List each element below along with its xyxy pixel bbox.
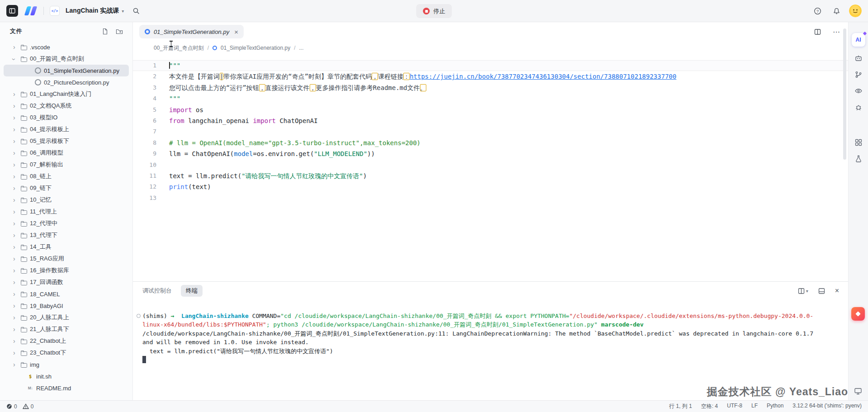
- tab-debug-console[interactable]: 调试控制台: [142, 287, 172, 295]
- robot-icon[interactable]: [854, 54, 863, 63]
- code-token: 课程链接: [378, 73, 403, 80]
- breadcrumb-file[interactable]: 01_SimpleTextGeneration.py: [221, 45, 290, 51]
- terminal-line: (shims) → LangChain-shizhanke COMMAND="c…: [142, 312, 816, 329]
- source-control-icon[interactable]: [854, 70, 863, 79]
- file-tree-item[interactable]: 05_提示模板下: [4, 135, 129, 147]
- file-type-icon: [20, 349, 28, 356]
- file-tree-item[interactable]: 21_人脉工具下: [4, 323, 129, 335]
- python-file-icon: [145, 29, 150, 34]
- sidebar-toggle-icon[interactable]: [6, 5, 18, 17]
- code-line[interactable]: 2 本文件是【开篇词|带你亲证AI应用开发的“奇点”时刻】章节的配套代码，课程链…: [133, 71, 848, 82]
- chevron-icon: [13, 326, 20, 332]
- terminal-cursor-line: [142, 355, 816, 364]
- code-line[interactable]: 7: [133, 126, 848, 137]
- file-tree-item[interactable]: 15_RAG应用: [4, 253, 129, 265]
- status-bar-item[interactable]: UTF-8: [727, 403, 742, 410]
- code-line[interactable]: 9 llm = ChatOpenAI(model=os.environ.get(…: [133, 148, 848, 159]
- status-bar-item[interactable]: 行 1, 列 1: [669, 403, 692, 410]
- code-editor[interactable]: 1 """ 2 本文件是【开篇词|带你亲证AI应用开发的“奇点”时刻】章节的配套…: [133, 55, 848, 204]
- promo-badge[interactable]: [851, 307, 865, 321]
- file-tree-item[interactable]: README.md: [4, 382, 129, 394]
- file-tree-item[interactable]: 06_调用模型: [4, 147, 129, 159]
- apps-grid-icon[interactable]: [854, 138, 863, 147]
- file-tree-item[interactable]: 12_代理中: [4, 218, 129, 229]
- code-line[interactable]: 10: [133, 160, 848, 170]
- file-tree-item[interactable]: 01_LangChain快速入门: [4, 88, 129, 100]
- panel-layout-icon[interactable]: ▾: [798, 288, 808, 294]
- file-tree-item[interactable]: 07_解析输出: [4, 159, 129, 170]
- new-folder-icon[interactable]: [115, 27, 123, 35]
- file-tree-item[interactable]: 19_BabyAGI: [4, 300, 129, 312]
- file-tree-item[interactable]: 01_SimpleTextGeneration.py: [4, 65, 129, 76]
- code-line[interactable]: 8 # llm = OpenAI(model_name="gpt-3.5-tur…: [133, 137, 848, 148]
- problems-warnings[interactable]: 0: [23, 403, 34, 410]
- file-tree-item[interactable]: 11_代理上: [4, 206, 129, 218]
- breadcrumb-folder[interactable]: 00_开篇词_奇点时刻: [154, 44, 204, 52]
- file-tree-item[interactable]: 18_CAMEL: [4, 288, 129, 300]
- file-type-icon: [20, 161, 28, 168]
- terminal-output[interactable]: (shims) → LangChain-shizhanke COMMAND="c…: [133, 300, 848, 364]
- status-bar-item[interactable]: Python: [767, 403, 783, 410]
- file-tree-item[interactable]: img: [4, 359, 129, 370]
- file-tree-item[interactable]: 04_提示模板上: [4, 123, 129, 135]
- code-line[interactable]: 13: [133, 193, 848, 204]
- breadcrumb-more[interactable]: ...: [299, 45, 303, 51]
- code-token: print: [169, 183, 188, 190]
- ide-logo: [24, 6, 38, 15]
- file-tree-item[interactable]: 13_代理下: [4, 229, 129, 241]
- workspace-switcher[interactable]: LangChain 实战课 ▾: [66, 7, 124, 15]
- file-tree-item[interactable]: 20_人脉工具上: [4, 312, 129, 323]
- file-tree-item[interactable]: 02_文档QA系统: [4, 100, 129, 112]
- file-tree-item[interactable]: .vscode: [4, 41, 129, 53]
- file-type-icon: [20, 279, 28, 286]
- new-file-icon[interactable]: [101, 27, 109, 35]
- file-tree-item[interactable]: 08_链上: [4, 170, 129, 182]
- debug-bug-icon[interactable]: [854, 103, 863, 112]
- file-tree-item[interactable]: 17_回调函数: [4, 276, 129, 288]
- close-tab-icon[interactable]: ×: [234, 28, 238, 36]
- tab-terminal[interactable]: 终端: [181, 285, 203, 297]
- close-panel-icon[interactable]: ×: [835, 287, 839, 295]
- file-tree-item[interactable]: 16_操作数据库: [4, 265, 129, 276]
- notifications-bell-icon[interactable]: [830, 5, 843, 17]
- line-number: 6: [133, 115, 156, 126]
- split-editor-icon[interactable]: [811, 25, 824, 38]
- file-tree-item[interactable]: 00_开篇词_奇点时刻: [4, 53, 129, 65]
- file-tree-item[interactable]: 09_链下: [4, 182, 129, 194]
- code-line[interactable]: 4 """: [133, 93, 848, 104]
- code-line[interactable]: 12 print(text): [133, 181, 848, 192]
- code-line[interactable]: 6 from langchain_openai import ChatOpenA…: [133, 115, 848, 126]
- problems-errors[interactable]: 0: [6, 403, 17, 410]
- terminal-token: [174, 313, 181, 319]
- ai-assistant-icon[interactable]: AI: [852, 33, 865, 47]
- preview-eye-icon[interactable]: [854, 86, 863, 95]
- status-bar-item[interactable]: 3.12.2 64-bit ('shims': pyenv): [793, 403, 862, 410]
- file-tree-item[interactable]: 22_Chatbot上: [4, 335, 129, 347]
- editor-tab[interactable]: 01_SimpleTextGeneration.py ×: [139, 25, 244, 38]
- more-actions-icon[interactable]: ⋯: [833, 28, 840, 36]
- status-bar-item[interactable]: LF: [751, 403, 758, 410]
- test-flask-icon[interactable]: [854, 154, 863, 163]
- code-line[interactable]: 11 text = llm.predict("请给我写一句情人节红玫瑰的中文宣传…: [133, 170, 848, 181]
- file-tree-item[interactable]: 02_PictureDescription.py: [4, 76, 129, 88]
- remote-monitor-icon[interactable]: [854, 387, 863, 396]
- stop-button[interactable]: 停止: [416, 4, 452, 18]
- maximize-panel-icon[interactable]: [818, 288, 825, 294]
- code-line[interactable]: 5 import os: [133, 104, 848, 115]
- workspace-icon: </>: [50, 6, 60, 16]
- file-tree-item[interactable]: 23_Chatbot下: [4, 347, 129, 359]
- code-line[interactable]: 3 您可以点击最上方的“运行”按钮，直接运行该文件，更多操作指引请参考Readm…: [133, 82, 848, 93]
- code-line[interactable]: 1 """: [133, 60, 848, 71]
- file-tree-item[interactable]: 14_工具: [4, 241, 129, 253]
- status-bar-item[interactable]: 空格: 4: [701, 403, 718, 410]
- line-number: 10: [133, 160, 156, 170]
- user-avatar[interactable]: [849, 5, 862, 17]
- file-tree-item-label: 19_BabyAGI: [30, 303, 63, 309]
- search-icon[interactable]: [130, 5, 142, 17]
- file-tree-item[interactable]: 03_模型IO: [4, 112, 129, 123]
- file-tree-item[interactable]: init.sh: [4, 370, 129, 382]
- file-tree-item[interactable]: 10_记忆: [4, 194, 129, 206]
- help-icon[interactable]: ?: [811, 5, 824, 17]
- editor-scrollbar[interactable]: [843, 28, 846, 160]
- file-type-icon: [27, 373, 34, 380]
